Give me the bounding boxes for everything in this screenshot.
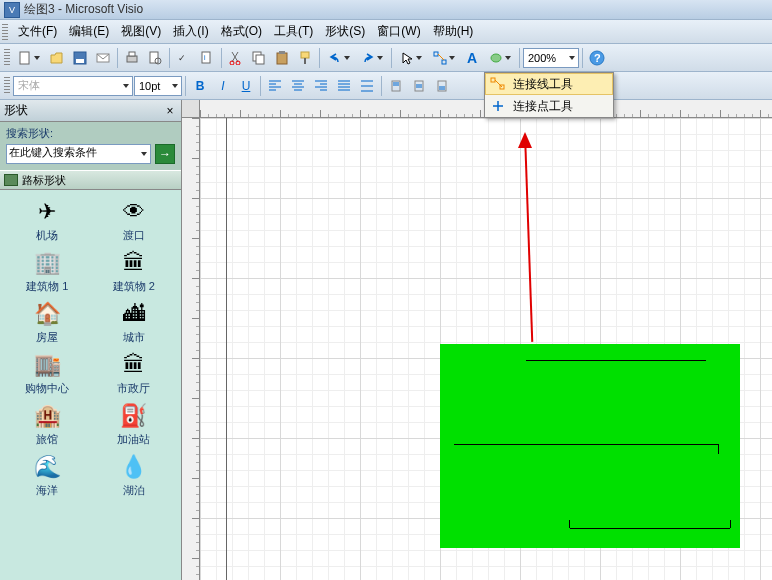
shape-stencil-item[interactable]: 🏠房屋 <box>12 300 82 345</box>
svg-rect-19 <box>434 52 438 56</box>
toolbar-grip[interactable] <box>4 77 10 95</box>
menu-help[interactable]: 帮助(H) <box>427 21 480 42</box>
font-combo[interactable]: 宋体 <box>13 76 133 96</box>
italic-button[interactable]: I <box>212 75 234 97</box>
app-icon: V <box>4 2 20 18</box>
search-go-button[interactable]: → <box>155 144 175 164</box>
shape-stencil-item[interactable]: 👁渡口 <box>99 198 169 243</box>
menu-tools[interactable]: 工具(T) <box>268 21 319 42</box>
distribute-button[interactable] <box>356 75 378 97</box>
search-placeholder: 在此键入搜索条件 <box>9 146 97 158</box>
redo-button[interactable] <box>356 47 388 69</box>
zoom-combo[interactable]: 200% <box>523 48 579 68</box>
svg-rect-15 <box>277 53 287 64</box>
shape-icon: 🏙 <box>116 300 152 328</box>
separator <box>519 48 520 68</box>
menu-format[interactable]: 格式(O) <box>215 21 268 42</box>
shape-stencil-item[interactable]: 🌊海洋 <box>12 453 82 498</box>
vertical-ruler[interactable] <box>182 118 200 580</box>
shape-stencil-item[interactable]: 🏛建筑物 2 <box>99 249 169 294</box>
connector-line-tool-item[interactable]: 连接线工具 <box>485 73 613 95</box>
separator <box>221 48 222 68</box>
menu-shape[interactable]: 形状(S) <box>319 21 371 42</box>
shape-label: 海洋 <box>36 483 58 498</box>
align-right-button[interactable] <box>310 75 332 97</box>
new-button[interactable] <box>13 47 45 69</box>
shape-stencil-item[interactable]: ✈机场 <box>12 198 82 243</box>
menu-edit[interactable]: 编辑(E) <box>63 21 115 42</box>
svg-rect-18 <box>304 58 306 64</box>
separator <box>260 76 261 96</box>
align-justify-button[interactable] <box>333 75 355 97</box>
green-rectangle-shape[interactable] <box>440 344 740 548</box>
connector-tool-button[interactable] <box>428 47 460 69</box>
svg-rect-25 <box>415 81 423 91</box>
shape-stencil-item[interactable]: ⛽加油站 <box>99 402 169 447</box>
connection-point-tool-item[interactable]: 连接点工具 <box>485 95 613 117</box>
print-button[interactable] <box>121 47 143 69</box>
align-middle-button[interactable] <box>408 75 430 97</box>
copy-button[interactable] <box>248 47 270 69</box>
undo-button[interactable] <box>323 47 355 69</box>
toolbar-grip[interactable] <box>4 49 10 67</box>
spelling-button[interactable]: ✓ <box>173 47 195 69</box>
menu-file[interactable]: 文件(F) <box>12 21 63 42</box>
shape-stencil-item[interactable]: 💧湖泊 <box>99 453 169 498</box>
search-label: 搜索形状: <box>6 126 175 141</box>
underline-button[interactable]: U <box>235 75 257 97</box>
align-left-button[interactable] <box>264 75 286 97</box>
menu-view[interactable]: 视图(V) <box>115 21 167 42</box>
svg-rect-17 <box>301 52 309 58</box>
cut-button[interactable] <box>225 47 247 69</box>
align-top-button[interactable] <box>385 75 407 97</box>
menu-insert[interactable]: 插入(I) <box>167 21 214 42</box>
shape-icon: 🏢 <box>29 249 65 277</box>
pointer-tool-button[interactable] <box>395 47 427 69</box>
shape-icon: 🌊 <box>29 453 65 481</box>
research-button[interactable]: i <box>196 47 218 69</box>
close-panel-button[interactable]: × <box>163 104 177 118</box>
menu-window[interactable]: 窗口(W) <box>371 21 426 42</box>
paste-button[interactable] <box>271 47 293 69</box>
text-tool-button[interactable]: A <box>461 47 483 69</box>
shape-label: 机场 <box>36 228 58 243</box>
shape-label: 市政厅 <box>117 381 150 396</box>
shape-icon: 🏛 <box>116 249 152 277</box>
separator <box>391 48 392 68</box>
email-button[interactable] <box>92 47 114 69</box>
shape-icon: ✈ <box>29 198 65 226</box>
open-button[interactable] <box>46 47 68 69</box>
bold-button[interactable]: B <box>189 75 211 97</box>
shape-stencil-item[interactable]: 🏬购物中心 <box>12 351 82 396</box>
canvas-area <box>182 100 772 580</box>
connector-line-1[interactable] <box>526 360 706 361</box>
shapes-panel-title: 形状 <box>4 102 28 119</box>
menubar-grip[interactable] <box>2 24 8 40</box>
drawing-tools-button[interactable] <box>484 47 516 69</box>
shape-label: 房屋 <box>36 330 58 345</box>
shape-stencil-item[interactable]: 🏢建筑物 1 <box>12 249 82 294</box>
help-button[interactable]: ? <box>586 47 608 69</box>
separator <box>381 76 382 96</box>
connector-line-3[interactable] <box>570 528 730 529</box>
svg-rect-0 <box>20 52 29 64</box>
format-painter-button[interactable] <box>294 47 316 69</box>
shape-stencil-item[interactable]: 🏨旅馆 <box>12 402 82 447</box>
align-bottom-button[interactable] <box>431 75 453 97</box>
font-size-combo[interactable]: 10pt <box>134 76 182 96</box>
ruler-corner <box>182 100 200 118</box>
shape-stencil-item[interactable]: 🏛市政厅 <box>99 351 169 396</box>
shape-category-header[interactable]: 路标形状 <box>0 170 181 190</box>
shape-stencil-item[interactable]: 🏙城市 <box>99 300 169 345</box>
print-preview-button[interactable] <box>144 47 166 69</box>
category-icon <box>4 174 18 186</box>
connector-line-2[interactable] <box>454 444 718 445</box>
svg-rect-27 <box>491 78 495 82</box>
connector-line-icon <box>489 76 507 92</box>
zoom-value: 200% <box>528 52 556 64</box>
align-center-button[interactable] <box>287 75 309 97</box>
shape-label: 加油站 <box>117 432 150 447</box>
search-shapes-input[interactable]: 在此键入搜索条件 <box>6 144 151 164</box>
save-button[interactable] <box>69 47 91 69</box>
drawing-canvas[interactable] <box>200 118 772 580</box>
